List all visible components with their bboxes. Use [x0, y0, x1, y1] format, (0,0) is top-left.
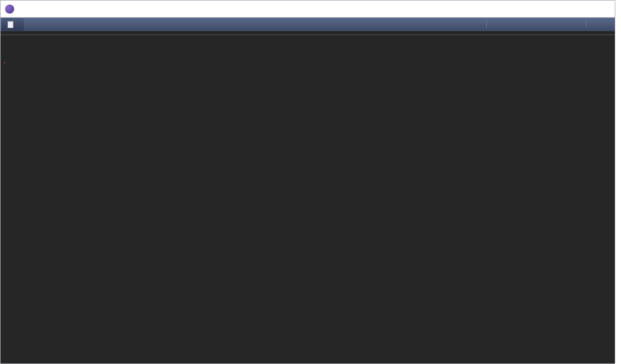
open-console-dropdown-icon[interactable]: [573, 19, 583, 29]
highlight-box: [4, 62, 5, 63]
window-titlebar: [1, 1, 615, 18]
eclipse-app-icon: [5, 5, 14, 14]
terminate-all-icon[interactable]: [449, 19, 460, 29]
display-selected-icon[interactable]: [561, 19, 571, 29]
maximize-button[interactable]: [563, 1, 589, 18]
close-button[interactable]: [589, 1, 615, 18]
minimize-button[interactable]: [537, 1, 563, 18]
scroll-lock-icon[interactable]: [502, 19, 512, 29]
maximize-view-icon[interactable]: [601, 19, 611, 29]
pin-console-icon[interactable]: [549, 19, 559, 29]
minimize-view-icon[interactable]: [589, 19, 599, 29]
show-on-output-icon[interactable]: [513, 19, 524, 29]
word-wrap-icon[interactable]: [537, 19, 547, 29]
console-icon: [6, 20, 14, 28]
eclipse-window: [0, 0, 615, 364]
console-panel-bar: [1, 18, 615, 31]
show-on-error-icon[interactable]: [525, 19, 536, 29]
console-tab[interactable]: [2, 18, 24, 31]
console-output[interactable]: [1, 35, 615, 363]
clear-console-icon[interactable]: [490, 19, 500, 29]
console-toolbar: [449, 19, 615, 29]
remove-all-icon[interactable]: [473, 19, 483, 29]
process-status-line: [1, 31, 615, 35]
remove-launch-icon[interactable]: [461, 19, 472, 29]
